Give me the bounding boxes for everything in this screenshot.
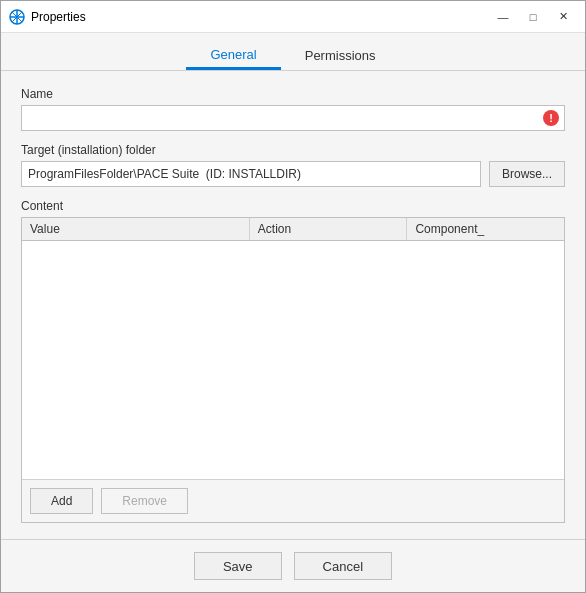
name-error-icon: ! <box>543 110 559 126</box>
content-table-container: Value Action Component_ Add Remove <box>21 217 565 523</box>
title-bar: Properties — □ ✕ <box>1 1 585 33</box>
name-input[interactable] <box>21 105 565 131</box>
content-label: Content <box>21 199 565 213</box>
cancel-button[interactable]: Cancel <box>294 552 392 580</box>
column-header-action: Action <box>250 218 408 240</box>
browse-button[interactable]: Browse... <box>489 161 565 187</box>
target-folder-row: Browse... <box>21 161 565 187</box>
window-title: Properties <box>31 10 489 24</box>
add-button[interactable]: Add <box>30 488 93 514</box>
remove-button[interactable]: Remove <box>101 488 188 514</box>
tab-general[interactable]: General <box>186 41 280 70</box>
content-area: Name ! Target (installation) folder Brow… <box>1 71 585 539</box>
close-button[interactable]: ✕ <box>549 6 577 28</box>
save-button[interactable]: Save <box>194 552 282 580</box>
column-header-component: Component_ <box>407 218 564 240</box>
table-body[interactable] <box>22 241 564 479</box>
content-section: Content Value Action Component_ Add Remo… <box>21 199 565 523</box>
properties-window: Properties — □ ✕ General Permissions Nam… <box>0 0 586 593</box>
tabs-bar: General Permissions <box>1 33 585 71</box>
app-icon <box>9 9 25 25</box>
target-folder-label: Target (installation) folder <box>21 143 565 157</box>
name-label: Name <box>21 87 565 101</box>
footer: Save Cancel <box>1 539 585 592</box>
target-folder-field-group: Target (installation) folder Browse... <box>21 143 565 187</box>
window-controls: — □ ✕ <box>489 6 577 28</box>
name-input-wrapper: ! <box>21 105 565 131</box>
target-folder-input[interactable] <box>21 161 481 187</box>
table-header: Value Action Component_ <box>22 218 564 241</box>
table-actions: Add Remove <box>22 479 564 522</box>
column-header-value: Value <box>22 218 250 240</box>
minimize-button[interactable]: — <box>489 6 517 28</box>
maximize-button[interactable]: □ <box>519 6 547 28</box>
tab-permissions[interactable]: Permissions <box>281 41 400 70</box>
name-field-group: Name ! <box>21 87 565 131</box>
